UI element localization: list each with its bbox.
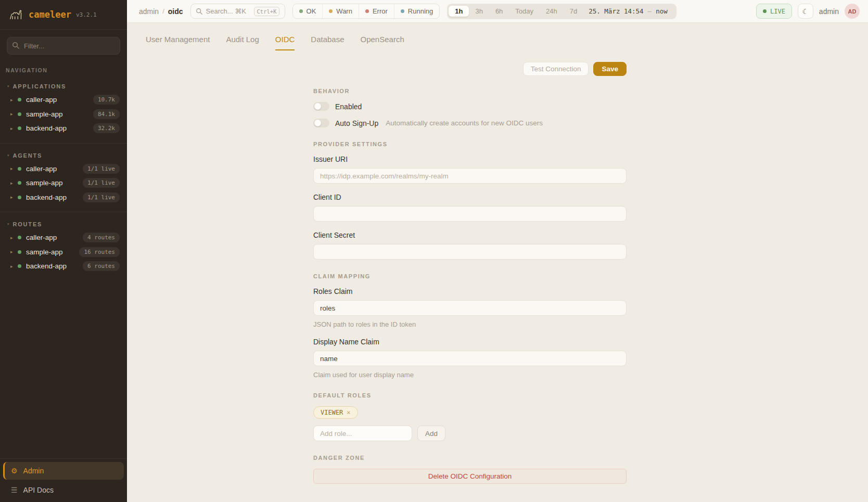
roles-claim-label: Roles Claim <box>313 287 627 295</box>
display-name-claim-hint: Claim used for user display name <box>313 371 627 379</box>
sidebar-item-routes-sample[interactable]: ▸ sample-app 16 routes <box>0 245 127 260</box>
time-end: now <box>656 7 668 15</box>
topbar: admin / oidc Ctrl+K OK Warn Error <box>127 0 868 23</box>
delete-oidc-configuration-button[interactable]: Delete OIDC Configuration <box>313 469 627 484</box>
tab-database[interactable]: Database <box>311 35 344 50</box>
tab-user-management[interactable]: User Management <box>146 35 210 50</box>
enabled-toggle[interactable] <box>313 102 329 111</box>
main-content: User Management Audit Log OIDC Database … <box>127 23 868 502</box>
status-dot <box>18 250 21 254</box>
display-name-claim-input[interactable] <box>313 351 627 366</box>
search-input[interactable] <box>206 7 251 15</box>
form-actions: Test Connection Save <box>313 62 627 76</box>
time-separator: — <box>648 7 652 15</box>
client-secret-input[interactable] <box>313 244 627 260</box>
user-name: admin <box>819 7 839 16</box>
count-badge: 84.1k <box>93 109 120 119</box>
filter-input[interactable] <box>7 37 120 55</box>
client-id-input[interactable] <box>313 206 627 222</box>
warn-dot-icon <box>329 9 333 13</box>
routes-badge: 4 routes <box>83 233 120 242</box>
remove-role-icon[interactable]: × <box>347 409 350 416</box>
status-filter-ok[interactable]: OK <box>293 4 323 18</box>
time-range-3h[interactable]: 3h <box>469 6 489 17</box>
tab-opensearch[interactable]: OpenSearch <box>361 35 404 50</box>
time-range-6h[interactable]: 6h <box>489 6 509 17</box>
time-range-24h[interactable]: 24h <box>540 6 564 17</box>
issuer-uri-input[interactable] <box>313 168 627 184</box>
sidebar-item-app-caller[interactable]: ▸ caller-app 10.7k <box>0 93 127 107</box>
roles-claim-hint: JSON path to roles in the ID token <box>313 320 627 328</box>
count-badge: 32.2k <box>93 123 120 133</box>
sidebar-item-app-backend[interactable]: ▸ backend-app 32.2k <box>0 121 127 136</box>
sidebar-item-app-sample[interactable]: ▸ sample-app 84.1k <box>0 107 127 122</box>
moon-icon: ☾ <box>802 7 809 16</box>
status-dot <box>18 126 21 130</box>
admin-tabs: User Management Audit Log OIDC Database … <box>127 23 868 50</box>
tab-oidc[interactable]: OIDC <box>275 35 295 50</box>
claim-mapping-section-label: CLAIM MAPPING <box>313 273 627 279</box>
sidebar-item-routes-backend[interactable]: ▸ backend-app 6 routes <box>0 259 127 274</box>
live-badge: 1/1 live <box>83 164 120 174</box>
test-connection-button[interactable]: Test Connection <box>523 62 589 76</box>
status-filter-group: OK Warn Error Running <box>292 4 440 19</box>
global-search[interactable]: Ctrl+K <box>190 4 285 19</box>
avatar[interactable]: AD <box>845 4 860 19</box>
sidebar-item-agent-sample[interactable]: ▸ sample-app 1/1 live <box>0 176 127 190</box>
brand-name: cameleer <box>29 9 71 20</box>
client-secret-label: Client Secret <box>313 231 627 239</box>
sidebar-item-routes-caller[interactable]: ▸ caller-app 4 routes <box>0 230 127 245</box>
add-role-input[interactable] <box>313 426 412 441</box>
danger-zone-section-label: DANGER ZONE <box>313 455 627 461</box>
app-root: cameleer v3.2.1 NAVIGATION ▾ APPLICATION… <box>0 0 868 502</box>
theme-toggle-button[interactable]: ☾ <box>798 4 813 19</box>
chevron-right-icon: ▸ <box>10 249 18 254</box>
roles-claim-input[interactable] <box>313 300 627 316</box>
tab-audit-log[interactable]: Audit Log <box>226 35 259 50</box>
sidebar-item-agent-backend[interactable]: ▸ backend-app 1/1 live <box>0 190 127 205</box>
navigation-label: NAVIGATION <box>0 57 127 76</box>
count-badge: 10.7k <box>93 95 120 105</box>
role-chip-viewer: VIEWER × <box>313 406 358 419</box>
time-range-7d[interactable]: 7d <box>564 6 583 17</box>
chevron-right-icon: ▸ <box>10 264 18 269</box>
breadcrumb: admin / oidc <box>139 7 183 16</box>
add-role-button[interactable]: Add <box>417 426 445 441</box>
enabled-toggle-row: Enabled <box>313 102 627 111</box>
routes-badge: 6 routes <box>83 261 120 271</box>
toggle-knob <box>314 103 321 110</box>
chevron-right-icon: ▸ <box>10 126 18 131</box>
status-dot <box>18 98 21 101</box>
sidebar-item-admin[interactable]: ⚙ Admin <box>3 462 124 480</box>
chevron-right-icon: ▸ <box>10 97 18 102</box>
section-agents[interactable]: ▾ AGENTS <box>0 143 127 162</box>
sidebar-item-agent-caller[interactable]: ▸ caller-app 1/1 live <box>0 162 127 176</box>
status-filter-warn[interactable]: Warn <box>323 4 359 18</box>
sidebar-footer: ⚙ Admin ☰ API Docs <box>0 458 127 502</box>
search-icon <box>12 42 20 49</box>
status-dot <box>18 167 21 171</box>
caret-down-icon: ▾ <box>7 84 9 88</box>
status-dot <box>18 236 21 239</box>
search-shortcut-kbd: Ctrl+K <box>254 7 280 16</box>
live-indicator[interactable]: LIVE <box>756 4 792 19</box>
sidebar-item-api-docs[interactable]: ☰ API Docs <box>3 481 124 499</box>
save-button[interactable]: Save <box>593 62 627 76</box>
live-dot-icon <box>763 9 767 13</box>
menu-icon: ☰ <box>11 486 18 494</box>
section-routes[interactable]: ▾ ROUTES <box>0 212 127 230</box>
running-dot-icon <box>401 9 404 13</box>
auto-signup-label: Auto Sign-Up <box>335 119 378 127</box>
ok-dot-icon <box>299 9 303 13</box>
status-filter-running[interactable]: Running <box>394 4 439 18</box>
sidebar-spacer <box>0 274 127 459</box>
auto-signup-toggle[interactable] <box>313 119 329 127</box>
chevron-right-icon: ▸ <box>10 195 18 200</box>
time-range-1h[interactable]: 1h <box>449 6 469 17</box>
time-range-today[interactable]: Today <box>509 6 540 17</box>
breadcrumb-parent[interactable]: admin <box>139 7 159 16</box>
status-filter-error[interactable]: Error <box>359 4 394 18</box>
sidebar-filter <box>7 37 120 55</box>
role-chips: VIEWER × <box>313 406 627 419</box>
section-applications[interactable]: ▾ APPLICATIONS <box>0 76 127 93</box>
